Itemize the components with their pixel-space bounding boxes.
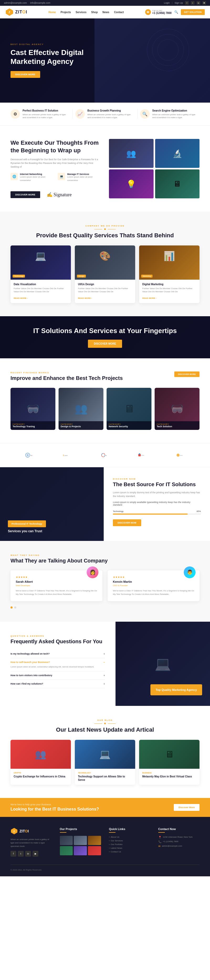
faq-question-4: How can I find my solutions? + <box>11 682 105 685</box>
top-bar-email1[interactable]: admin@example.com <box>4 2 27 4</box>
about-image-3: 💡 <box>109 169 153 198</box>
faq-item-1[interactable]: Is my technology allowed on tech? + <box>11 650 105 658</box>
footer-proj-img-6 <box>88 846 101 855</box>
faq-left: QUESTION & ANSWERS Frequently Asked Ques… <box>0 622 115 706</box>
service-icon-2: 📈 <box>75 109 85 119</box>
it-solutions-button[interactable]: DISCOVER NOW <box>113 519 141 526</box>
footer-link-4[interactable]: Latest News <box>109 847 150 849</box>
footer: Z ZITOI When an unknown printer took a g… <box>0 817 210 876</box>
about-discover-button[interactable]: DISCOVER MORE <box>11 191 40 198</box>
footer-social-in[interactable]: in <box>25 851 31 857</box>
faq-chevron-4: + <box>103 682 105 685</box>
faq-question-2: How to self-launch your Business? − <box>11 661 105 664</box>
top-bar-email2[interactable]: info@example.com <box>30 2 51 4</box>
footer-link-2[interactable]: Our Services <box>109 840 150 842</box>
top-bar-login[interactable]: Login <box>164 2 170 4</box>
projects-discover-button[interactable]: DISCOVER MORE <box>174 371 199 377</box>
quality-card-label-1: Technology <box>13 275 25 278</box>
svg-text:Media: Media <box>141 455 144 456</box>
faq-chevron-3: + <box>103 674 105 677</box>
news-section: OUR BLOG Our Latest News Update and Arti… <box>0 706 210 798</box>
news-title-2: Technology Support on Allows Site to Ser… <box>78 775 132 782</box>
nav-home[interactable]: Home <box>49 11 56 14</box>
news-grid: 👥 CRYPTO Crypto Exchange for Influencers… <box>11 740 199 785</box>
nav-news[interactable]: News <box>103 11 109 14</box>
social-yt[interactable]: ▶ <box>202 1 206 5</box>
testimonial-dot-1[interactable] <box>11 606 13 609</box>
faq-item-3[interactable]: How to turn visitors into contributory + <box>11 671 105 680</box>
about-actions: DISCOVER MORE ✍ Signature <box>11 191 101 198</box>
footer-link-5[interactable]: Contact Us <box>109 851 150 853</box>
testimonial-dot-2[interactable] <box>14 606 16 609</box>
it-solutions-tag: DISCOVER NOW <box>113 478 201 480</box>
about-image-1: 👥 <box>109 139 153 168</box>
phone-icon: ☎ <box>145 9 151 15</box>
quality-card-readmore-3[interactable]: READ MORE › <box>142 297 156 299</box>
quality-card-2: 🎨 Design UI/Ux Design Further Value Ore … <box>75 245 135 303</box>
testimonials-tag: WHAT THEY SAYING <box>11 554 199 557</box>
project-card-img-1: 🥽 Category Technology Traning <box>11 388 55 430</box>
footer-col-4: Contact Now 📍 1234 Unknown Road, New Yor… <box>158 827 200 856</box>
social-t[interactable]: t <box>191 1 194 5</box>
cta-dark-button[interactable]: DISCOVER MORE <box>88 340 122 348</box>
nav-shop[interactable]: Shop <box>91 11 98 14</box>
about-feature-2: 💻 Manage IT Services Lorem ipsum dolor s… <box>58 173 101 186</box>
footer-col-3: Quick Links About Us Our Services Our Po… <box>109 827 150 856</box>
news-card-1: 👥 CRYPTO Crypto Exchange for Influencers… <box>11 740 71 785</box>
partner-logo-3: air <box>97 450 113 460</box>
manage-icon: 💻 <box>58 173 65 180</box>
faq-item-2[interactable]: How to self-launch your Business? − Lore… <box>11 658 105 671</box>
nav-services[interactable]: Services <box>76 11 86 14</box>
testimonial-stars-2: ★★★★★ <box>113 576 194 579</box>
cta-orange-button[interactable]: Discover More <box>174 804 199 811</box>
top-bar-signup[interactable]: Sign Up <box>175 2 183 4</box>
service-icon-1: ⚙ <box>11 109 20 119</box>
footer-social-fb[interactable]: f <box>11 851 16 857</box>
hero-section: BEST DIGITAL AGENCY Cast Effective Digit… <box>0 18 210 103</box>
testimonial-stars-1: ★★★★★ <box>16 576 97 579</box>
social-in[interactable]: in <box>197 1 200 5</box>
footer-link-3[interactable]: Our Portfolio <box>109 843 150 846</box>
testimonial-avatar-2: 👨 <box>184 566 196 578</box>
search-icon[interactable]: 🔍 <box>174 10 178 14</box>
quality-card-1: 💻 Technology Data Visualization Further … <box>11 245 71 303</box>
footer-email: admin@example.com <box>162 845 182 848</box>
nav-contact[interactable]: Contact <box>114 11 124 14</box>
partner-logo-2: S pace <box>59 450 75 460</box>
tech-label: Technology 85% <box>113 510 201 512</box>
quality-card-readmore-1[interactable]: READ MORE › <box>14 297 28 299</box>
get-solution-button[interactable]: GET SOLUTION <box>181 9 205 15</box>
partner-logo-5: Space <box>173 450 188 460</box>
quality-card-3: 📊 Marketing Digital Marketing Further Va… <box>139 245 199 303</box>
footer-proj-img-1 <box>60 836 73 845</box>
testimonial-name-2: Kenvin Martin <box>113 580 194 583</box>
svg-point-16 <box>177 453 180 457</box>
hero-discover-button[interactable]: DISCOVER MORE <box>11 71 40 78</box>
nav-links: Home Projects Services Shop News Contact <box>49 11 124 14</box>
logo-text: ZITOI <box>15 10 27 14</box>
footer-social-yt[interactable]: ▶ <box>33 851 38 857</box>
footer-contact-item-3: ✉ admin@example.com <box>158 845 200 848</box>
svg-text:Space: Space <box>180 455 183 456</box>
cta-orange-sub: We're here to help grow your Business <box>11 803 99 806</box>
project-card-4: 🥽 Category Tech Solution <box>155 388 199 430</box>
quality-card-readmore-2[interactable]: READ MORE › <box>78 297 92 299</box>
news-tag: OUR BLOG <box>11 719 199 721</box>
news-tag-2: TECHNOLOGY <box>78 772 132 774</box>
social-f[interactable]: f <box>185 1 189 5</box>
footer-social: f t in ▶ <box>11 851 52 857</box>
faq-item-4[interactable]: How can I find my solutions? + <box>11 680 105 688</box>
projects-header: RECENT FINISHED WORKS Improve and Enhanc… <box>11 371 199 381</box>
svg-text:S: S <box>63 454 64 456</box>
footer-social-tw[interactable]: t <box>18 851 24 857</box>
testimonials-section: WHAT THEY SAYING What They are Talking A… <box>0 541 210 622</box>
nav-projects[interactable]: Projects <box>61 11 71 14</box>
tech-bar-fill <box>113 514 188 515</box>
svg-text:air: air <box>106 455 107 456</box>
footer-contact-item-2: 📞 +1 (12456) 7800 <box>158 840 200 843</box>
faq-chevron-1: + <box>103 652 105 655</box>
footer-bottom: © 2023 Zitoi. All Rights Reserved. <box>11 864 199 871</box>
logo: Z ZITOI <box>5 8 27 16</box>
footer-link-1[interactable]: About Us <box>109 836 150 838</box>
quality-divider <box>11 228 199 230</box>
